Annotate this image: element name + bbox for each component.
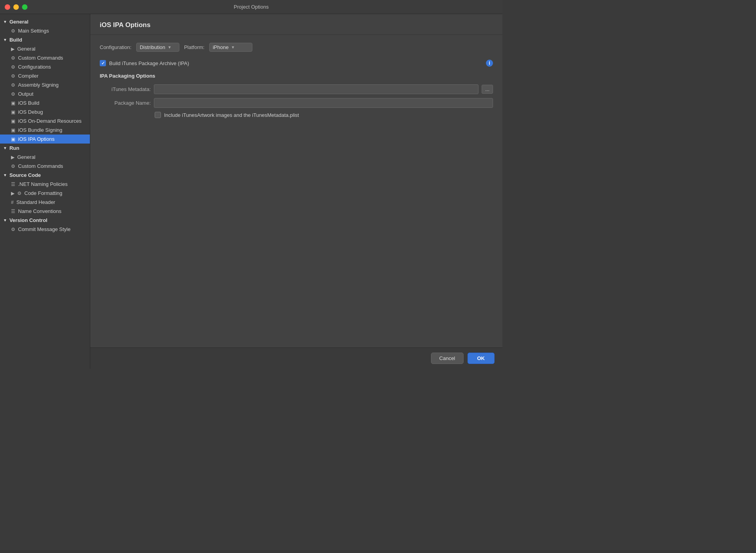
- sidebar-item-assembly-signing[interactable]: ⚙ Assembly Signing: [0, 80, 90, 89]
- sidebar-item-commit-message-label: Commit Message Style: [18, 226, 71, 232]
- gear-icon: ⚙: [11, 164, 15, 169]
- sidebar-item-main-settings[interactable]: ⚙ Main Settings: [0, 26, 90, 35]
- list-icon: ☰: [11, 209, 15, 214]
- gear-icon: ⚙: [11, 55, 15, 61]
- sidebar-item-configurations-label: Configurations: [18, 64, 51, 70]
- content-area: iOS IPA Options Configuration: Distribut…: [90, 14, 502, 369]
- include-artwork-checkbox[interactable]: [155, 112, 161, 118]
- gear-icon: ⚙: [11, 28, 15, 34]
- platform-dropdown[interactable]: iPhone ▼: [209, 43, 252, 52]
- itunes-metadata-input[interactable]: [154, 84, 478, 94]
- build-ipa-checkbox[interactable]: [100, 60, 106, 66]
- sidebar-item-ios-build[interactable]: ▣ iOS Build: [0, 98, 90, 107]
- chevron-down-icon: ▼: [168, 45, 172, 49]
- arrow-down-icon: ▼: [3, 218, 7, 222]
- sidebar-item-code-formatting[interactable]: ▶ ⚙ Code Formatting: [0, 189, 90, 198]
- sidebar-item-name-conventions[interactable]: ☰ Name Conventions: [0, 207, 90, 216]
- configuration-dropdown[interactable]: Distribution ▼: [136, 43, 179, 52]
- page-title: iOS IPA Options: [100, 21, 150, 29]
- sidebar-item-run-custom-commands-label: Custom Commands: [18, 163, 63, 169]
- config-value: Distribution: [140, 44, 165, 50]
- sidebar-section-version-control[interactable]: ▼ Version Control: [0, 216, 90, 225]
- config-label: Configuration:: [100, 44, 131, 50]
- window-controls: [5, 4, 27, 10]
- sidebar-item-net-naming[interactable]: ☰ .NET Naming Policies: [0, 180, 90, 189]
- sidebar-item-build-custom-commands[interactable]: ⚙ Custom Commands: [0, 53, 90, 62]
- sidebar: ▼ General ⚙ Main Settings ▼ Build ▶ Gene…: [0, 14, 90, 369]
- include-artwork-label: Include iTunesArtwork images and the iTu…: [164, 112, 299, 118]
- sidebar-section-run-label: Run: [9, 145, 19, 151]
- sidebar-section-build-label: Build: [9, 37, 22, 43]
- platform-value: iPhone: [213, 44, 228, 50]
- include-artwork-row: Include iTunesArtwork images and the iTu…: [100, 112, 493, 118]
- sidebar-item-configurations[interactable]: ⚙ Configurations: [0, 62, 90, 71]
- sidebar-item-ios-build-label: iOS Build: [18, 100, 39, 106]
- phone-icon: ▣: [11, 100, 15, 106]
- ok-button[interactable]: OK: [467, 353, 495, 364]
- itunes-metadata-browse-button[interactable]: ...: [482, 85, 493, 94]
- build-ipa-label: Build iTunes Package Archive (IPA): [109, 60, 189, 66]
- sidebar-item-ios-debug[interactable]: ▣ iOS Debug: [0, 107, 90, 116]
- sidebar-item-run-general-label: General: [17, 154, 35, 160]
- ipa-section-subtitle: IPA Packaging Options: [100, 73, 493, 79]
- phone-icon: ▣: [11, 109, 15, 115]
- titlebar: Project Options: [0, 0, 502, 14]
- cancel-button[interactable]: Cancel: [431, 353, 463, 364]
- sidebar-item-ios-on-demand-label: iOS On-Demand Resources: [18, 118, 82, 124]
- sidebar-section-source-code[interactable]: ▼ Source Code: [0, 171, 90, 180]
- sidebar-section-version-control-label: Version Control: [9, 217, 47, 223]
- sidebar-item-compiler[interactable]: ⚙ Compiler: [0, 71, 90, 80]
- list-icon: ☰: [11, 182, 15, 187]
- sidebar-item-ios-ipa-options[interactable]: ▣ iOS IPA Options: [0, 135, 90, 144]
- sidebar-item-build-general[interactable]: ▶ General: [0, 44, 90, 53]
- sidebar-item-standard-header-label: Standard Header: [16, 199, 55, 205]
- triangle-right-icon: ▶: [11, 46, 15, 52]
- main-layout: ▼ General ⚙ Main Settings ▼ Build ▶ Gene…: [0, 14, 502, 369]
- sidebar-item-compiler-label: Compiler: [18, 73, 38, 79]
- sidebar-item-custom-commands-label: Custom Commands: [18, 55, 63, 61]
- arrow-down-icon: ▼: [3, 20, 7, 24]
- itunes-metadata-row: iTunes Metadata: ...: [100, 84, 493, 94]
- phone-icon: ▣: [11, 136, 15, 142]
- sidebar-item-build-general-label: General: [17, 46, 35, 52]
- close-button[interactable]: [5, 4, 10, 10]
- sidebar-item-ios-debug-label: iOS Debug: [18, 109, 43, 115]
- window-title: Project Options: [234, 4, 269, 10]
- triangle-right-icon: ▶: [11, 191, 15, 196]
- sidebar-section-run[interactable]: ▼ Run: [0, 144, 90, 153]
- sidebar-item-ios-bundle-signing[interactable]: ▣ iOS Bundle Signing: [0, 126, 90, 135]
- package-name-input[interactable]: [154, 98, 493, 108]
- sidebar-item-output-label: Output: [18, 91, 33, 97]
- sidebar-item-run-general[interactable]: ▶ General: [0, 153, 90, 162]
- chevron-down-icon: ▼: [231, 45, 235, 49]
- sidebar-item-ios-ipa-options-label: iOS IPA Options: [18, 136, 55, 142]
- content-body: Configuration: Distribution ▼ Platform: …: [90, 35, 502, 347]
- maximize-button[interactable]: [22, 4, 27, 10]
- phone-icon: ▣: [11, 127, 15, 133]
- sidebar-item-run-custom-commands[interactable]: ⚙ Custom Commands: [0, 162, 90, 171]
- hash-icon: #: [11, 200, 14, 205]
- config-row: Configuration: Distribution ▼ Platform: …: [100, 43, 493, 52]
- content-header: iOS IPA Options: [90, 14, 502, 35]
- sidebar-section-build[interactable]: ▼ Build: [0, 35, 90, 44]
- sidebar-item-ios-bundle-signing-label: iOS Bundle Signing: [18, 127, 62, 133]
- arrow-down-icon: ▼: [3, 173, 7, 177]
- sidebar-item-code-formatting-label: Code Formatting: [24, 190, 62, 196]
- sidebar-item-output[interactable]: ⚙ Output: [0, 89, 90, 98]
- gear-icon: ⚙: [11, 227, 15, 232]
- sidebar-item-net-naming-label: .NET Naming Policies: [18, 181, 68, 187]
- minimize-button[interactable]: [13, 4, 19, 10]
- sidebar-item-standard-header[interactable]: # Standard Header: [0, 198, 90, 207]
- triangle-right-icon: ▶: [11, 155, 15, 160]
- sidebar-item-ios-on-demand[interactable]: ▣ iOS On-Demand Resources: [0, 116, 90, 126]
- gear-icon: ⚙: [11, 64, 15, 70]
- info-icon[interactable]: i: [486, 60, 493, 67]
- arrow-down-icon: ▼: [3, 38, 7, 42]
- sidebar-section-general[interactable]: ▼ General: [0, 17, 90, 26]
- itunes-metadata-label: iTunes Metadata:: [100, 86, 151, 92]
- package-name-label: Package Name:: [100, 100, 151, 106]
- sidebar-item-commit-message[interactable]: ⚙ Commit Message Style: [0, 225, 90, 234]
- arrow-down-icon: ▼: [3, 146, 7, 150]
- gear-icon: ⚙: [11, 73, 15, 79]
- phone-icon: ▣: [11, 118, 15, 124]
